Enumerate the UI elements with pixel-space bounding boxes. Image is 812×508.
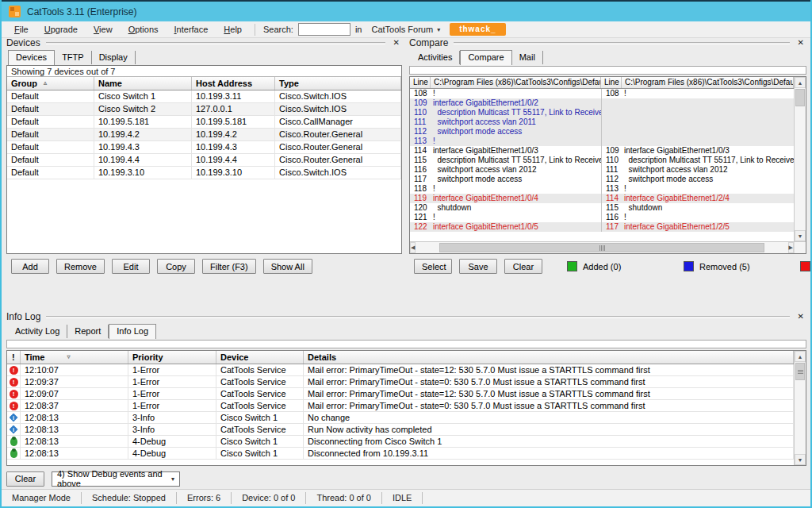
device-row[interactable]: Default 10.199.4.3 10.199.4.3 Cisco.Rout… [7, 141, 401, 154]
diff-left-text: ! [431, 213, 601, 222]
scroll-up-icon[interactable]: ▲ [795, 351, 806, 362]
tab[interactable]: Devices [8, 50, 55, 65]
log-row[interactable]: ! i 12:08:13 3-Info CatTools Service Run… [7, 424, 794, 436]
clear-button[interactable]: Clear [504, 259, 542, 274]
diff-row[interactable]: 113 ! [410, 137, 794, 146]
column-header-time[interactable]: Time ▿ [21, 351, 128, 364]
menu-item[interactable]: Interface [167, 22, 216, 37]
log-row[interactable]: ! i 12:10:07 1-Error CatTools Service Ma… [7, 364, 794, 376]
remove-button[interactable]: Remove [56, 259, 105, 274]
tab[interactable]: Activities [411, 51, 460, 64]
device-row[interactable]: Default Cisco Switch 2 127.0.0.1 Cisco.S… [7, 103, 401, 116]
diff-row[interactable]: 122 interface GigabitEthernet1/0/5 117 i… [410, 222, 794, 232]
tab[interactable]: Report [67, 325, 109, 338]
scrollbar-track[interactable] [795, 107, 806, 230]
tab[interactable]: TFTP [55, 51, 92, 64]
cell-group: Default [7, 116, 94, 128]
diff-row[interactable]: 114 interface GigabitEthernet1/0/3 109 i… [410, 146, 794, 156]
log-row[interactable]: ! i 12:08:37 1-Error CatTools Service Ma… [7, 400, 794, 412]
diff-row[interactable]: 109 interface GigabitEthernet1/0/2 [410, 98, 794, 108]
thwack-button[interactable]: thwack_ [450, 23, 505, 36]
scrollbar-thumb[interactable] [795, 363, 805, 380]
tab[interactable]: Display [92, 51, 136, 64]
close-icon[interactable]: ✕ [795, 312, 806, 321]
save-button[interactable]: Save [459, 259, 497, 274]
menu-item[interactable]: View [86, 22, 121, 37]
tab[interactable]: Mail [512, 51, 543, 64]
device-row[interactable]: Default 10.199.4.2 10.199.4.2 Cisco.Rout… [7, 129, 401, 141]
column-header-priority[interactable]: Priority [128, 351, 216, 364]
scrollbar-thumb[interactable] [795, 89, 805, 106]
diff-left-text: interface GigabitEthernet1/0/3 [431, 146, 601, 156]
column-header-line-right[interactable]: Line [601, 77, 622, 88]
diff-row[interactable]: 115 description Multicast TT 55117, Link… [410, 156, 794, 165]
diff-left-text: switchport access vlan 2011 [431, 117, 601, 127]
diff-row[interactable]: 119 interface GigabitEthernet1/0/4 114 i… [410, 194, 794, 203]
device-row[interactable]: Default 10.199.5.181 10.199.5.181 Cisco.… [7, 116, 401, 129]
select-button[interactable]: Select [414, 259, 452, 274]
scrollbar-thumb[interactable] [439, 243, 764, 252]
diff-row[interactable]: 121 ! 116 ! [410, 213, 794, 222]
device-row[interactable]: Default 10.199.3.10 10.199.3.10 Cisco.Sw… [7, 167, 401, 179]
menu-item[interactable]: Help [216, 22, 250, 37]
infolog-controls: Clear 4) Show Debug events and above ▾ [6, 470, 180, 487]
scroll-right-icon[interactable]: ▶ [788, 242, 794, 253]
edit-button[interactable]: Edit [112, 259, 150, 274]
compare-vertical-scrollbar[interactable]: ▲ ▼ [794, 77, 806, 241]
log-row[interactable]: ! i 12:08:13 3-Info Cisco Switch 1 No ch… [7, 412, 794, 424]
diff-row[interactable]: 116 switchport access vlan 2012 111 swit… [410, 165, 794, 175]
infolog-vertical-scrollbar[interactable]: ▲ ▼ [794, 351, 806, 465]
diff-row[interactable]: 110 description Multicast TT 55117, Link… [410, 108, 794, 117]
infolog-tabs: Activity LogReportInfo Log [6, 324, 806, 339]
log-row[interactable]: ! i 12:09:07 1-Error CatTools Service Ma… [7, 388, 794, 400]
log-row[interactable]: ! i 12:09:37 1-Error CatTools Service Ma… [7, 376, 794, 388]
copy-button[interactable]: Copy [157, 259, 195, 274]
column-header-name[interactable]: Name [94, 77, 192, 90]
search-scope-dropdown[interactable]: CatTools Forum ▾ [366, 23, 445, 36]
filter-button[interactable]: Filter (F3) [202, 259, 256, 274]
column-header-device[interactable]: Device [216, 351, 304, 364]
diff-row[interactable]: 112 switchport mode access [410, 127, 794, 137]
column-header-type[interactable]: Type [275, 77, 401, 90]
diff-row[interactable]: 120 shutdown 115 shutdown [410, 203, 794, 213]
close-icon[interactable]: ✕ [391, 38, 402, 47]
infolog-clear-button[interactable]: Clear [6, 471, 44, 487]
menu-item[interactable]: Upgrade [36, 22, 86, 37]
menu-item[interactable]: Options [121, 22, 167, 37]
scroll-up-icon[interactable]: ▲ [795, 77, 806, 88]
column-header-line-left[interactable]: Line [410, 77, 431, 88]
column-header-left-file[interactable]: C:\Program Files (x86)\CatTools3\Configs… [431, 77, 601, 88]
diff-row[interactable]: 108 ! 108 ! [410, 89, 794, 98]
scroll-left-icon[interactable]: ◀ [410, 242, 416, 253]
scrollbar-track[interactable] [795, 381, 806, 454]
diff-row[interactable]: 117 switchport mode access 112 switchpor… [410, 175, 794, 184]
log-severity-cell: ! i [7, 388, 21, 399]
log-level-dropdown[interactable]: 4) Show Debug events and above ▾ [52, 471, 180, 487]
column-header-flag[interactable]: ! [7, 351, 21, 364]
close-icon[interactable]: ✕ [795, 38, 806, 47]
scroll-down-icon[interactable]: ▼ [795, 230, 806, 241]
column-header-details[interactable]: Details [304, 351, 794, 364]
search-input[interactable] [298, 23, 350, 36]
device-row[interactable]: Default Cisco Switch 1 10.199.3.11 Cisco… [7, 90, 401, 103]
scrollbar-corner [794, 242, 806, 253]
column-header-right-file[interactable]: C:\Program Files (x86)\CatTools3\Configs… [622, 77, 794, 88]
tab[interactable]: Info Log [109, 324, 156, 339]
scroll-down-icon[interactable]: ▼ [795, 454, 806, 465]
diff-row[interactable]: 118 ! 113 ! [410, 184, 794, 194]
log-row[interactable]: ! i 12:08:13 4-Debug Cisco Switch 1 Disc… [7, 448, 794, 460]
device-row[interactable]: Default 10.199.4.4 10.199.4.4 Cisco.Rout… [7, 154, 401, 167]
menu-item[interactable]: File [6, 22, 36, 37]
compare-horizontal-scrollbar[interactable]: ◀ ▶ [410, 242, 794, 253]
log-row[interactable]: ! i 12:08:13 4-Debug Cisco Switch 1 Disc… [7, 436, 794, 448]
column-header-group[interactable]: Group ▵ [7, 77, 94, 90]
show-all-button[interactable]: Show All [263, 259, 312, 274]
legend-item: Changed (2) [800, 261, 812, 271]
column-header-host[interactable]: Host Address [192, 77, 275, 90]
diff-row[interactable]: 111 switchport access vlan 2011 [410, 117, 794, 127]
tab[interactable]: Activity Log [8, 325, 67, 338]
diff-left-line-number: 116 [410, 165, 431, 175]
add-button[interactable]: Add [11, 259, 49, 274]
status-item: IDLE [382, 492, 423, 504]
tab[interactable]: Compare [460, 50, 511, 65]
